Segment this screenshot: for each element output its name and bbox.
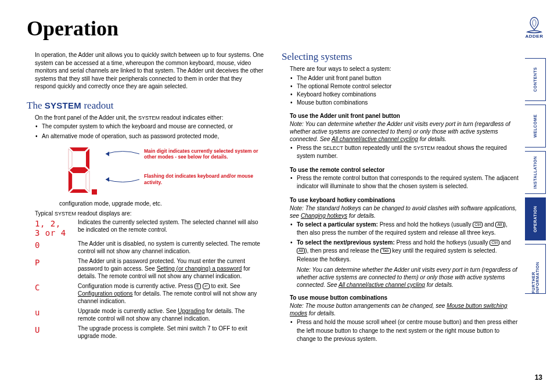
nav-contents[interactable]: CONTENTS	[525, 58, 546, 101]
readout-bullets: The computer system to which the keyboar…	[27, 123, 264, 141]
svg-rect-9	[92, 189, 97, 195]
ways-list: The Adder unit front panel button The op…	[282, 74, 519, 107]
callout-arrow-icon	[106, 175, 141, 184]
selecting-systems-heading: Selecting systems	[282, 51, 519, 63]
sec4-head: To use mouse button combinations	[282, 294, 519, 301]
intro-text: In operation, the Adder unit allows you …	[27, 51, 264, 91]
system-readout-heading: The SYSTEM readout	[27, 100, 264, 112]
page-number: 13	[535, 373, 542, 382]
svg-marker-10	[106, 152, 109, 156]
svg-marker-5	[70, 167, 88, 173]
left-column: In operation, the Adder unit allows you …	[27, 51, 264, 346]
nav-further[interactable]: FURTHER INFORMATION	[525, 244, 546, 294]
page-title: Operation	[27, 16, 519, 41]
sec2-head: To use the remote control selector	[282, 167, 519, 173]
brand-label: ADDER	[521, 34, 547, 39]
link-setting-password[interactable]: Setting (or changing) a password	[157, 265, 242, 272]
side-nav: CONTENTS WELCOME INSTALLATION OPERATION …	[525, 58, 546, 294]
svg-marker-8	[69, 171, 72, 192]
svg-marker-3	[86, 171, 89, 192]
svg-marker-1	[69, 149, 72, 170]
link-upgrading[interactable]: Upgrading	[178, 308, 204, 314]
seven-segment-diagram: Main digit indicates currently selected …	[27, 144, 264, 197]
nav-installation[interactable]: INSTALLATION	[525, 151, 546, 194]
readout-table: 1, 2, 3 or 4 Indicates the currently sel…	[27, 218, 264, 340]
brand-logo: ADDER	[521, 16, 547, 39]
svg-marker-6	[70, 189, 88, 193]
seven-segment-display	[62, 144, 100, 197]
sec3-head: To use keyboard hotkey combinations	[282, 197, 519, 203]
link-cycling-1[interactable]: All channel/active channel cycling	[332, 136, 418, 142]
callout-main-digit: Main digit indicates currently selected …	[144, 148, 264, 160]
svg-marker-11	[106, 177, 109, 182]
link-changing-hotkeys[interactable]: Changing hotkeys	[301, 213, 347, 219]
readout-intro: On the front panel of the Adder unit, th…	[27, 114, 264, 122]
nav-operation[interactable]: OPERATION	[525, 197, 546, 240]
link-cycling-2[interactable]: All channel/active channel cycling	[339, 282, 425, 288]
sec1-head: To use the Adder unit front panel button	[282, 113, 519, 119]
callout-arrow-icon	[106, 150, 141, 158]
svg-marker-4	[86, 149, 89, 170]
right-column: Selecting systems There are four ways to…	[282, 51, 519, 346]
nav-welcome[interactable]: WELCOME	[525, 105, 546, 148]
link-config-options[interactable]: Configuration options	[78, 290, 133, 297]
callout-dot: Flashing dot indicates keyboard and/or m…	[144, 173, 264, 185]
